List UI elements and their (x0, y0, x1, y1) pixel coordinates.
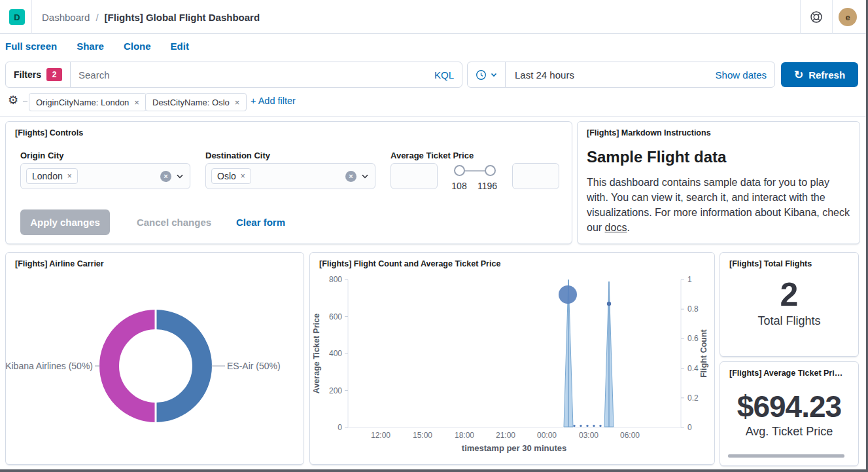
quick-select-button[interactable] (468, 62, 506, 87)
baseline-point (593, 425, 595, 427)
x-axis-tick: 21:00 (496, 431, 515, 440)
header-divider (832, 0, 833, 34)
remove-value-icon[interactable]: × (67, 172, 72, 181)
horizontal-scrollbar[interactable] (728, 454, 844, 458)
dashboard-menu: Full screen Share Clone Edit (5, 34, 189, 58)
panel-title: [Flights] Flight Count and Average Ticke… (319, 259, 500, 268)
right-axis-tick: 1 (687, 275, 692, 284)
query-bar: Filters 2 KQL (5, 62, 462, 88)
right-axis-tick: 0 (687, 423, 692, 432)
user-avatar[interactable]: e (839, 8, 857, 26)
refresh-icon: ↻ (794, 69, 803, 81)
add-filter-button[interactable]: + Add filter (251, 96, 296, 106)
time-picker: Last 24 hours Show dates (467, 62, 775, 88)
kql-selector[interactable]: KQL (426, 69, 462, 81)
clone-button[interactable]: Clone (124, 41, 151, 52)
x-axis-title: timestamp per 30 minutes (462, 443, 566, 453)
price-min-input[interactable] (391, 163, 438, 189)
filters-label: Filters (14, 69, 41, 80)
range-slider-min-handle[interactable] (454, 165, 465, 176)
markdown-body: This dashboard contains sample data for … (587, 175, 853, 236)
origin-city-value: London (32, 171, 63, 181)
gear-icon[interactable]: ⚙ (8, 94, 18, 107)
filters-menu-button[interactable]: Filters 2 (6, 62, 71, 87)
x-axis-tick: 12:00 (371, 431, 391, 440)
kibana-logo[interactable]: D (9, 9, 25, 25)
refresh-button[interactable]: ↻ Refresh (781, 62, 858, 87)
filter-pill-dest[interactable]: DestCityName: Oslo × (145, 93, 247, 111)
cancel-changes-button[interactable]: Cancel changes (131, 209, 217, 235)
panel-title: [Flights] Average Ticket Pri… (729, 369, 842, 378)
x-axis-tick: 06:00 (620, 431, 640, 440)
right-axis-tick: 0.8 (687, 304, 699, 314)
price-max-input[interactable] (512, 163, 559, 189)
baseline-point (599, 425, 601, 427)
panel-avg-ticket-price: [Flights] Average Ticket Pri… $694.23 Av… (720, 361, 859, 466)
panel-title: [Flights] Markdown Instructions (587, 128, 711, 137)
markdown-heading: Sample Flight data (587, 148, 726, 166)
chevron-down-icon[interactable] (175, 172, 184, 181)
panel-markdown: [Flights] Markdown Instructions Sample F… (577, 121, 860, 244)
help-button[interactable] (808, 9, 824, 25)
full-screen-button[interactable]: Full screen (5, 41, 57, 52)
avg-ticket-price-label: Average Ticket Price (391, 151, 474, 160)
donut-slice-es-air[interactable] (156, 319, 202, 412)
origin-city-combobox[interactable]: London × × (20, 163, 190, 189)
remove-filter-icon[interactable]: × (134, 98, 139, 107)
total-flights-label: Total Flights (720, 314, 858, 328)
destination-city-value: Oslo (217, 171, 236, 181)
donut-slice-kibana-airlines[interactable] (109, 319, 156, 412)
time-range-value[interactable]: Last 24 hours (506, 69, 708, 81)
origin-city-label: Origin City (20, 151, 63, 160)
left-axis-tick: 0 (338, 423, 342, 432)
baseline-point (586, 425, 588, 427)
panel-airline-carrier: [Flights] Airline Carrier Kibana Airline… (5, 252, 304, 465)
panel-flight-count-price: [Flights] Flight Count and Average Ticke… (309, 252, 715, 465)
right-axis-tick: 0.6 (687, 334, 699, 343)
filter-pill-origin[interactable]: OriginCityName: London × (29, 93, 147, 111)
filters-count-badge: 2 (46, 68, 62, 81)
clear-selection-icon[interactable]: × (160, 171, 171, 182)
breadcrumb: Dashboard / [Flights] Global Flight Dash… (42, 0, 260, 34)
window-bottom-edge (0, 469, 868, 472)
slider-min-value: 108 (446, 181, 472, 191)
remove-filter-icon[interactable]: × (235, 98, 240, 107)
panel-total-flights: [Flights] Total Flights 2 Total Flights (720, 252, 859, 357)
left-axis-tick: 400 (329, 349, 342, 358)
destination-city-pill[interactable]: Oslo × (211, 168, 251, 184)
range-slider-max-handle[interactable] (485, 165, 496, 176)
header-divider (800, 0, 801, 34)
left-axis-title: Average Ticket Price (312, 314, 321, 393)
breadcrumb-separator: / (95, 12, 98, 23)
breadcrumb-dashboard[interactable]: Dashboard (42, 12, 90, 23)
search-input[interactable] (71, 69, 426, 81)
slice-label-es-air: ES-Air (50%) (227, 361, 281, 371)
donut-chart[interactable]: Kibana Airlines (50%) ES-Air (50%) (6, 253, 305, 465)
refresh-label: Refresh (808, 69, 845, 81)
kibana-dashboard-app: D Dashboard / [Flights] Global Flight Da… (0, 0, 868, 472)
docs-link[interactable]: docs (605, 222, 627, 233)
show-dates-button[interactable]: Show dates (708, 69, 774, 81)
clear-form-button[interactable]: Clear form (236, 209, 285, 235)
clear-selection-icon[interactable]: × (345, 171, 356, 182)
chevron-down-icon (490, 71, 498, 79)
x-axis-tick: 00:00 (537, 431, 557, 440)
remove-value-icon[interactable]: × (241, 172, 245, 181)
baseline-point (580, 425, 582, 427)
left-axis-tick: 600 (329, 312, 342, 321)
share-button[interactable]: Share (77, 41, 104, 52)
avg-price-point[interactable] (607, 302, 611, 306)
avg-ticket-label: Avg. Ticket Price (720, 425, 858, 439)
filter-bar: ⚙ OriginCityName: London × DestCityName:… (0, 88, 868, 117)
destination-city-combobox[interactable]: Oslo × × (205, 163, 375, 189)
timeseries-chart[interactable]: 800 600 400 200 0 1 0.8 0.6 0.4 0.2 0 12… (310, 253, 716, 465)
origin-city-pill[interactable]: London × (26, 168, 78, 184)
edit-button[interactable]: Edit (171, 41, 189, 52)
x-axis-tick: 03:00 (579, 431, 599, 440)
right-axis-tick: 0.2 (687, 393, 699, 403)
baseline-point (573, 425, 575, 427)
apply-changes-button[interactable]: Apply changes (20, 209, 110, 235)
filter-pill-label: DestCityName: Oslo (152, 98, 230, 107)
chevron-down-icon[interactable] (360, 172, 370, 181)
avg-price-bubble[interactable] (559, 285, 577, 304)
